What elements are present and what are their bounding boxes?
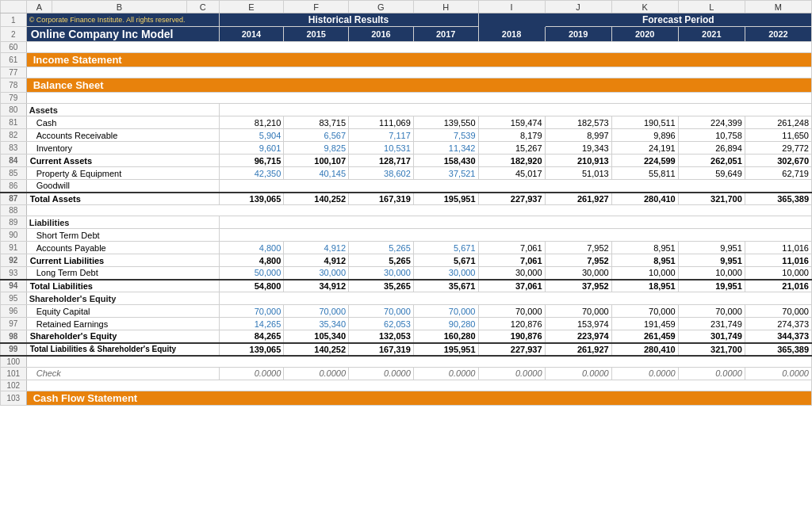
check-2022: 0.0000 (745, 367, 811, 380)
tl-2021: 19,951 (678, 280, 745, 292)
goodwill-label: Goodwill (26, 180, 219, 193)
te-2021: 301,749 (678, 330, 745, 343)
cash-2019: 182,573 (545, 116, 611, 129)
col-g: G (349, 1, 414, 13)
col-k: K (611, 1, 678, 13)
rownum-2: 2 (1, 27, 27, 42)
year-2017: 2017 (413, 27, 478, 42)
liabilities-label: Liabilities (26, 216, 219, 229)
row-61: 61 Income Statement (1, 53, 812, 67)
te-2018: 190,876 (478, 330, 545, 343)
check-2014: 0.0000 (219, 367, 284, 380)
cl-2015: 4,912 (284, 254, 349, 267)
tl-2015: 34,912 (284, 280, 349, 292)
ppe-2016: 38,602 (349, 167, 414, 180)
col-m: M (745, 1, 811, 13)
ppe-2015: 40,145 (284, 167, 349, 180)
ap-2020: 8,951 (611, 242, 678, 254)
ppe-2018: 45,017 (478, 167, 545, 180)
col-header-row: A B C E F G H I J K L M (1, 1, 812, 13)
row-93: 93 Long Term Debt 50,000 30,000 30,000 3… (1, 267, 812, 280)
col-h: H (413, 1, 478, 13)
row-60: 60 (1, 42, 812, 53)
tl-2020: 18,951 (611, 280, 678, 292)
ar-2016: 7,117 (349, 129, 414, 142)
check-2017: 0.0000 (413, 367, 478, 380)
cl-2014: 4,800 (219, 254, 284, 267)
ca-2017: 158,430 (413, 155, 478, 167)
total-assets-label: Total Assets (26, 193, 219, 205)
cl-2017: 5,671 (413, 254, 478, 267)
year-2020: 2020 (611, 27, 678, 42)
te-2017: 160,280 (413, 330, 478, 343)
ltd-2019: 30,000 (545, 267, 611, 280)
cash-label: Cash (26, 116, 219, 129)
col-rownum (1, 1, 27, 13)
ta-2016: 167,319 (349, 193, 414, 205)
te-2014: 84,265 (219, 330, 284, 343)
inv-2021: 26,894 (678, 142, 745, 155)
re-2022: 274,373 (745, 318, 811, 330)
ar-2015: 6,567 (284, 129, 349, 142)
ec-2021: 70,000 (678, 305, 745, 318)
row-98: 98 Shareholder's Equity 84,265 105,340 1… (1, 330, 812, 343)
spacer-1 (478, 13, 545, 27)
cl-2022: 11,016 (745, 254, 811, 267)
col-e: E (219, 1, 284, 13)
row-95: 95 Shareholder's Equity (1, 292, 812, 305)
ap-2017: 5,671 (413, 242, 478, 254)
tle-2018: 227,937 (478, 343, 545, 356)
ltd-2018: 30,000 (478, 267, 545, 280)
ca-2022: 302,670 (745, 155, 811, 167)
tle-2022: 365,389 (745, 343, 811, 356)
total-liab-label: Total Liabilities (26, 280, 219, 292)
ap-2015: 4,912 (284, 242, 349, 254)
ec-2018: 70,000 (478, 305, 545, 318)
ppe-2022: 62,719 (745, 167, 811, 180)
cash-2014: 81,210 (219, 116, 284, 129)
ar-2017: 7,539 (413, 129, 478, 142)
ar-2014: 5,904 (219, 129, 284, 142)
ap-2014: 4,800 (219, 242, 284, 254)
ppe-2021: 59,649 (678, 167, 745, 180)
ppe-2019: 51,013 (545, 167, 611, 180)
current-liab-label: Current Liabilities (26, 254, 219, 267)
tle-2017: 195,951 (413, 343, 478, 356)
ec-2016: 70,000 (349, 305, 414, 318)
historical-header: Historical Results (219, 13, 478, 27)
equity-cap-label: Equity Capital (26, 305, 219, 318)
year-2022: 2022 (745, 27, 811, 42)
inv-2019: 19,343 (545, 142, 611, 155)
row-78: 78 Balance Sheet (1, 78, 812, 93)
check-2020: 0.0000 (611, 367, 678, 380)
cl-2019: 7,952 (545, 254, 611, 267)
total-liab-equity-label: Total Liabilities & Shareholder's Equity (26, 343, 219, 356)
row-86: 86 Goodwill (1, 180, 812, 193)
row-102: 102 (1, 380, 812, 391)
year-2015: 2015 (284, 27, 349, 42)
cash-2018: 159,474 (478, 116, 545, 129)
ltd-2015: 30,000 (284, 267, 349, 280)
ta-2014: 139,065 (219, 193, 284, 205)
cl-2021: 9,951 (678, 254, 745, 267)
tl-2017: 35,671 (413, 280, 478, 292)
ca-2015: 100,107 (284, 155, 349, 167)
row-77: 77 (1, 67, 812, 78)
inv-2014: 9,601 (219, 142, 284, 155)
rownum-1: 1 (1, 13, 27, 27)
row-88: 88 (1, 205, 812, 216)
tle-2016: 167,319 (349, 343, 414, 356)
std-label: Short Term Debt (26, 229, 219, 242)
check-2015: 0.0000 (284, 367, 349, 380)
tle-2015: 140,252 (284, 343, 349, 356)
ec-2020: 70,000 (611, 305, 678, 318)
te-2019: 223,974 (545, 330, 611, 343)
cl-2020: 8,951 (611, 254, 678, 267)
inv-2020: 24,191 (611, 142, 678, 155)
cash-2022: 261,248 (745, 116, 811, 129)
row-81: 81 Cash 81,210 83,715 111,069 139,550 15… (1, 116, 812, 129)
row-96: 96 Equity Capital 70,000 70,000 70,000 7… (1, 305, 812, 318)
ap-2022: 11,016 (745, 242, 811, 254)
cash-2020: 190,511 (611, 116, 678, 129)
tle-2019: 261,927 (545, 343, 611, 356)
